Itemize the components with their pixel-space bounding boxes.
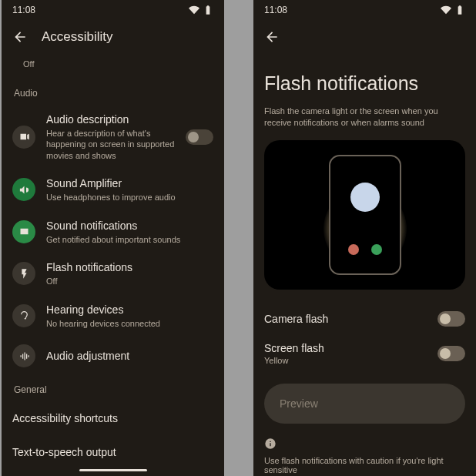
row-sound-amplifier[interactable]: Sound Amplifier Use headphones to improv… (12, 169, 213, 210)
screen-flash-toggle[interactable] (437, 346, 465, 361)
row-accessibility-shortcuts[interactable]: Accessibility shortcuts (12, 401, 213, 435)
row-audio-adjustment[interactable]: Audio adjustment (12, 337, 213, 375)
row-camera-flash[interactable]: Camera flash (264, 303, 465, 334)
row-sound-notifications[interactable]: Sound notifications Get notified about i… (12, 211, 213, 253)
camera-lens-icon (350, 183, 380, 212)
row-screen-flash[interactable]: Screen flash Yellow (264, 334, 465, 373)
camera-flash-toggle[interactable] (437, 311, 465, 327)
gesture-bar[interactable] (79, 469, 147, 471)
status-time: 11:08 (12, 5, 35, 15)
back-icon[interactable] (264, 29, 280, 45)
row-subtitle: No hearing devices connected (46, 318, 213, 329)
page-title: Flash notifications (264, 54, 465, 106)
row-title: Flash notifications (46, 260, 213, 274)
row-subtitle: Use headphones to improve audio (46, 192, 213, 203)
row-title: Hearing devices (46, 303, 213, 317)
audio-description-toggle[interactable] (186, 129, 213, 145)
row-title: Sound Amplifier (46, 176, 213, 190)
flash-icon (12, 262, 35, 285)
status-time: 11:08 (264, 5, 287, 15)
row-title: Audio adjustment (46, 349, 213, 363)
wifi-icon (189, 5, 199, 15)
phone-illustration (329, 155, 401, 275)
page-title: Accessibility (42, 29, 113, 45)
info-icon (264, 437, 277, 450)
audio-description-icon (12, 126, 35, 149)
app-bar (253, 20, 476, 54)
row-audio-description[interactable]: Audio description Hear a description of … (12, 105, 213, 169)
sound-notifications-icon (12, 220, 35, 243)
content-area: Off Audio Audio description Hear a descr… (2, 54, 224, 476)
partial-row[interactable]: Off (12, 54, 213, 79)
content-area: Flash notifications Flash the camera lig… (253, 54, 476, 474)
row-subtitle: Get notified about important sounds (46, 234, 213, 245)
status-bar: 11:08 (2, 0, 224, 20)
hearing-devices-icon (12, 304, 35, 327)
row-subtitle: Hear a description of what's happening o… (46, 128, 175, 161)
row-title: Camera flash (264, 313, 328, 325)
caution-text: Use flash notifications with caution if … (264, 450, 465, 474)
accessibility-screen: 11:08 Accessibility Off Audio Audio desc… (2, 0, 224, 476)
row-flash-notifications[interactable]: Flash notifications Off (12, 253, 213, 294)
call-decline-icon (348, 244, 359, 255)
info-row (264, 424, 465, 450)
page-description: Flash the camera light or the screen whe… (264, 106, 465, 140)
status-bar: 11:08 (253, 0, 476, 20)
partial-subtitle: Off (23, 59, 34, 69)
wifi-icon (441, 5, 451, 15)
section-general-label: General (12, 375, 213, 401)
flash-notifications-screen: 11:08 Flash notifications Flash the came… (253, 0, 476, 476)
illustration (264, 140, 465, 290)
app-bar: Accessibility (2, 20, 224, 54)
row-title: Audio description (46, 112, 175, 126)
row-text-to-speech[interactable]: Text-to-speech output (12, 435, 213, 469)
sound-amplifier-icon (12, 178, 35, 201)
audio-adjustment-icon (12, 344, 35, 367)
row-subtitle: Yellow (264, 356, 324, 365)
section-audio-label: Audio (12, 79, 213, 105)
row-title: Screen flash (264, 342, 324, 354)
back-icon[interactable] (12, 29, 28, 45)
battery-icon (454, 5, 465, 15)
preview-button[interactable]: Preview (264, 384, 465, 424)
call-accept-icon (371, 244, 382, 255)
row-subtitle: Off (46, 276, 213, 287)
battery-icon (203, 5, 213, 15)
row-hearing-devices[interactable]: Hearing devices No hearing devices conne… (12, 295, 213, 337)
row-title: Sound notifications (46, 219, 213, 233)
